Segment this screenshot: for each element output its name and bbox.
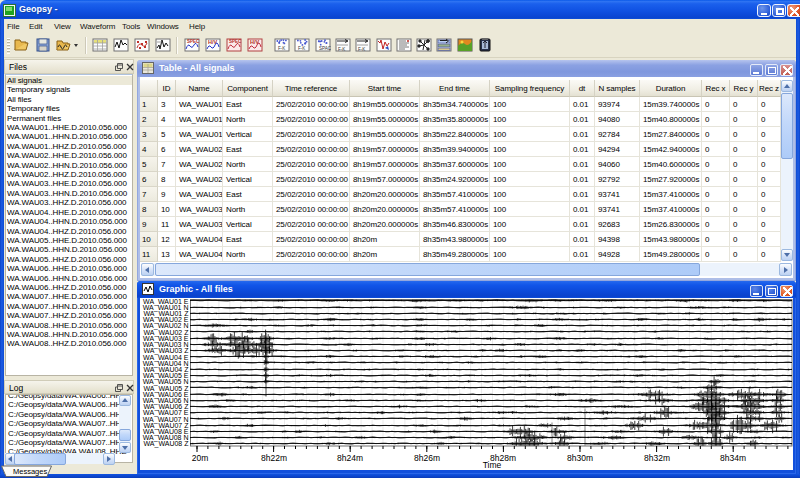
svg-text:SPAC: SPAC	[319, 46, 331, 51]
svg-text:H/V: H/V	[250, 39, 260, 45]
svg-text:F-K: F-K	[358, 47, 365, 52]
svg-text:H/V: H/V	[208, 39, 218, 45]
svg-text:8h26m: 8h26m	[414, 453, 440, 463]
svg-text:8h24m: 8h24m	[337, 453, 363, 463]
svg-text:8h22m: 8h22m	[261, 453, 287, 463]
svg-text:20m: 20m	[192, 453, 209, 463]
svg-text:SPEC: SPEC	[229, 39, 242, 44]
svg-text:F-K: F-K	[338, 47, 345, 52]
svg-text:8h34m: 8h34m	[720, 453, 746, 463]
svg-text:SPEC: SPEC	[187, 39, 200, 44]
svg-text:8h32m: 8h32m	[644, 453, 670, 463]
svg-text:8h30m: 8h30m	[567, 453, 593, 463]
svg-text:F-K: F-K	[298, 46, 305, 51]
svg-text:WA_WAU08 Z: WA_WAU08 Z	[144, 440, 190, 448]
svg-text:F-K: F-K	[278, 46, 285, 51]
svg-text:Time: Time	[483, 460, 502, 469]
